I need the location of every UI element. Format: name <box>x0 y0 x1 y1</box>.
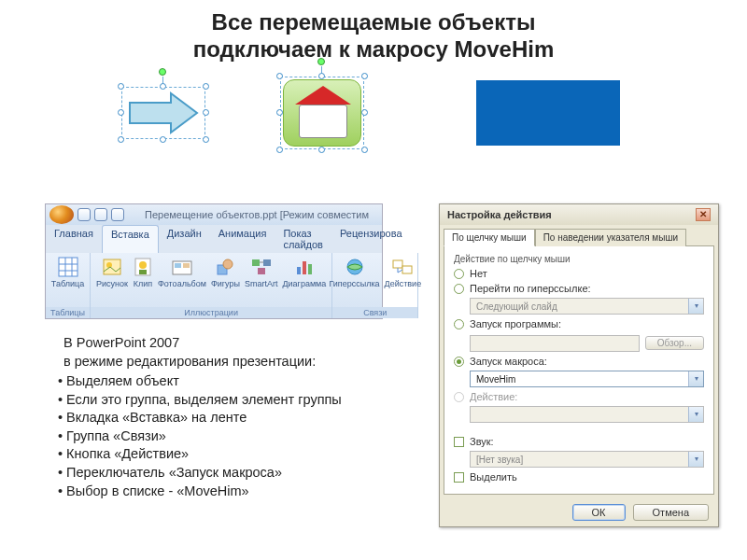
tab-design[interactable]: Дизайн <box>159 225 210 253</box>
qat-undo-icon[interactable] <box>94 208 107 221</box>
blue-rectangle-shape[interactable] <box>476 80 620 146</box>
dialog-title: Настройка действия <box>447 209 552 220</box>
svg-rect-20 <box>297 267 301 274</box>
svg-rect-13 <box>183 263 190 268</box>
browse-button: Обзор... <box>645 336 704 350</box>
hyperlink-combo: Следующий слайд▾ <box>470 298 704 315</box>
title-line-1: Все перемещаемые объекты <box>0 9 747 36</box>
ribbon-item-shapes[interactable]: Фигуры <box>211 257 240 288</box>
qat-redo-icon[interactable] <box>111 208 124 221</box>
svg-rect-21 <box>303 261 306 274</box>
close-icon[interactable]: ✕ <box>696 208 711 221</box>
chevron-down-icon[interactable]: ▾ <box>688 371 703 386</box>
arrow-icon <box>126 91 201 134</box>
ribbon-tabs: Главная Вставка Дизайн Анимация Показ сл… <box>46 225 382 253</box>
svg-point-15 <box>223 259 233 269</box>
radio-object-action: Действие: <box>454 391 704 402</box>
instructions-block: В PowerPoint 2007 в режиме редактировани… <box>56 334 342 502</box>
svg-rect-12 <box>175 263 181 268</box>
svg-rect-24 <box>393 260 402 268</box>
program-path-input <box>470 335 640 352</box>
group-tables-label: Таблицы <box>46 307 90 318</box>
svg-rect-1 <box>59 258 78 276</box>
instr-header-2: в режиме редактирования презентации: <box>56 353 342 371</box>
ribbon-item-picture[interactable]: Рисунок <box>96 257 128 288</box>
instr-bullet: Кнопка «Действие» <box>58 445 342 464</box>
svg-rect-18 <box>258 268 265 274</box>
tab-on-click[interactable]: По щелчку мыши <box>444 229 535 246</box>
radio-hyperlink[interactable]: Перейти по гиперссылке: <box>454 283 704 294</box>
chart-icon <box>294 257 315 277</box>
radio-none[interactable]: Нет <box>454 268 704 279</box>
instr-bullet: Переключатель «Запуск макроса» <box>58 464 342 483</box>
action-settings-dialog: Настройка действия ✕ По щелчку мыши По н… <box>439 203 719 527</box>
radio-icon <box>454 319 464 329</box>
title-line-2: подключаем к макросу MoveHim <box>0 36 747 63</box>
chevron-down-icon: ▾ <box>688 299 703 314</box>
qat-save-icon[interactable] <box>78 208 91 221</box>
svg-rect-17 <box>263 259 271 266</box>
sound-combo: [Нет звука]▾ <box>470 451 704 468</box>
house-icon <box>283 79 361 147</box>
tab-review[interactable]: Рецензирова <box>331 225 411 253</box>
selected-arrow-shape[interactable] <box>121 87 205 139</box>
tab-insert[interactable]: Вставка <box>102 225 159 253</box>
group-links-label: Связи <box>332 307 417 318</box>
macro-combo[interactable]: MoveHim▾ <box>470 371 704 387</box>
document-title: Перемещение объектов.ppt [Режим совмести… <box>145 209 369 220</box>
selected-house-shape[interactable] <box>280 77 364 149</box>
smartart-icon <box>251 257 272 277</box>
checkbox-highlight[interactable]: Выделить <box>454 471 704 483</box>
ribbon-item-smartart[interactable]: SmartArt <box>245 257 278 288</box>
svg-rect-22 <box>308 264 312 274</box>
instr-bullet: Выбор в списке - «MoveHim» <box>58 483 342 501</box>
instr-header-1: В PowerPoint 2007 <box>56 334 342 353</box>
checkbox-icon <box>454 472 464 483</box>
action-group-label: Действие по щелчку мыши <box>454 254 704 264</box>
checkbox-icon <box>454 437 464 447</box>
svg-rect-25 <box>402 266 412 273</box>
rotation-handle-icon[interactable] <box>317 58 325 65</box>
radio-run-program[interactable]: Запуск программы: <box>454 318 704 329</box>
ribbon-titlebar: Перемещение объектов.ppt [Режим совмести… <box>46 204 382 225</box>
svg-rect-6 <box>104 259 120 274</box>
ok-button[interactable]: ОК <box>572 504 626 521</box>
svg-rect-10 <box>139 270 147 274</box>
ribbon-item-table[interactable]: Таблица <box>51 257 84 288</box>
radio-icon <box>454 269 464 279</box>
instr-bullet: Вкладка «Вставка» на ленте <box>58 409 342 427</box>
ribbon: Перемещение объектов.ppt [Режим совмести… <box>45 203 383 319</box>
cancel-button[interactable]: Отмена <box>633 504 709 521</box>
clipart-icon <box>133 257 153 277</box>
tab-on-hover[interactable]: По наведении указателя мыши <box>535 229 686 246</box>
instr-bullet: Если это группа, выделяем элемент группы <box>58 391 342 410</box>
photoalbum-icon <box>172 257 192 277</box>
ribbon-item-photoalbum[interactable]: Фотоальбом <box>158 257 206 288</box>
object-action-combo: ▾ <box>470 406 704 423</box>
radio-icon <box>454 392 464 402</box>
picture-icon <box>102 257 122 277</box>
ribbon-item-hyperlink[interactable]: Гиперссылка <box>329 257 379 288</box>
instr-bullet: Выделяем объект <box>58 372 342 391</box>
group-illustrations-label: Иллюстрации <box>91 307 331 318</box>
instr-bullet: Группа «Связи» <box>58 427 342 446</box>
svg-marker-0 <box>130 93 197 133</box>
svg-rect-16 <box>252 259 260 266</box>
office-button-icon[interactable] <box>49 205 74 224</box>
ribbon-item-clipart[interactable]: Клип <box>133 257 153 288</box>
table-icon <box>58 257 78 277</box>
radio-icon <box>454 357 464 367</box>
shapes-icon <box>215 257 235 277</box>
radio-icon <box>454 284 464 294</box>
action-icon <box>392 257 413 277</box>
tab-slideshow[interactable]: Показ слайдов <box>275 225 331 253</box>
ribbon-item-chart[interactable]: Диаграмма <box>282 257 326 288</box>
tab-animation[interactable]: Анимация <box>210 225 275 253</box>
tab-home[interactable]: Главная <box>46 225 102 253</box>
radio-run-macro[interactable]: Запуск макроса: <box>454 356 704 367</box>
chevron-down-icon: ▾ <box>688 452 703 467</box>
checkbox-sound[interactable]: Звук: <box>454 436 704 447</box>
svg-point-9 <box>139 261 147 269</box>
rotation-handle-icon[interactable] <box>159 68 166 76</box>
ribbon-item-action[interactable]: Действие <box>385 257 422 288</box>
